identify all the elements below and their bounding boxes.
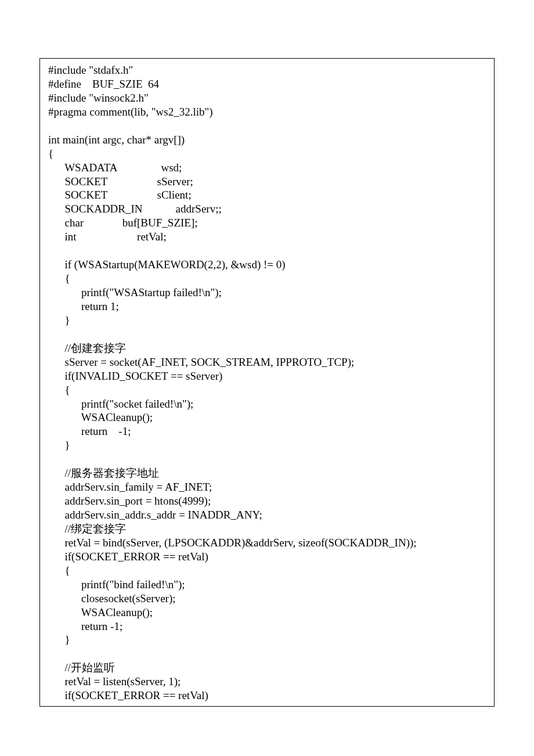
code-listing: #include "stdafx.h" #define BUF_SZIE 64 … <box>48 63 486 703</box>
document-page: #include "stdafx.h" #define BUF_SZIE 64 … <box>0 0 534 707</box>
code-box: #include "stdafx.h" #define BUF_SZIE 64 … <box>39 58 495 707</box>
